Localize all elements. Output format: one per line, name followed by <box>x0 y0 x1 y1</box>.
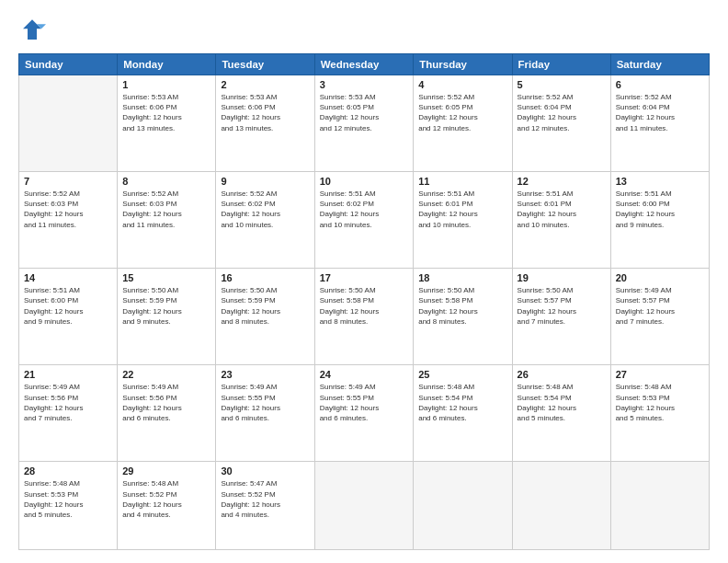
calendar-cell: 8Sunrise: 5:52 AM Sunset: 6:03 PM Daylig… <box>118 172 216 269</box>
calendar-cell: 27Sunrise: 5:48 AM Sunset: 5:53 PM Dayli… <box>610 365 709 462</box>
day-number: 1 <box>122 79 210 90</box>
day-info: Sunrise: 5:52 AM Sunset: 6:05 PM Dayligh… <box>418 92 506 133</box>
header <box>18 17 710 44</box>
day-number: 27 <box>616 369 704 380</box>
weekday-tuesday: Tuesday <box>216 54 314 75</box>
calendar-week-1: 1Sunrise: 5:53 AM Sunset: 6:06 PM Daylig… <box>19 75 710 172</box>
calendar-week-3: 14Sunrise: 5:51 AM Sunset: 6:00 PM Dayli… <box>19 269 710 365</box>
weekday-wednesday: Wednesday <box>314 54 414 75</box>
day-number: 24 <box>320 369 409 380</box>
calendar-cell: 4Sunrise: 5:52 AM Sunset: 6:05 PM Daylig… <box>414 75 512 172</box>
day-info: Sunrise: 5:53 AM Sunset: 6:06 PM Dayligh… <box>122 92 210 133</box>
day-info: Sunrise: 5:51 AM Sunset: 6:01 PM Dayligh… <box>518 189 606 230</box>
day-info: Sunrise: 5:48 AM Sunset: 5:53 PM Dayligh… <box>616 382 704 423</box>
day-info: Sunrise: 5:50 AM Sunset: 5:58 PM Dayligh… <box>418 285 506 327</box>
day-number: 5 <box>518 79 606 90</box>
calendar-cell: 1Sunrise: 5:53 AM Sunset: 6:06 PM Daylig… <box>118 75 216 172</box>
day-info: Sunrise: 5:52 AM Sunset: 6:02 PM Dayligh… <box>221 189 309 230</box>
day-number: 30 <box>221 465 309 477</box>
day-info: Sunrise: 5:53 AM Sunset: 6:05 PM Dayligh… <box>320 92 409 133</box>
day-info: Sunrise: 5:53 AM Sunset: 6:06 PM Dayligh… <box>221 92 309 133</box>
day-number: 8 <box>122 176 210 187</box>
day-info: Sunrise: 5:50 AM Sunset: 5:58 PM Dayligh… <box>320 285 409 327</box>
svg-marker-0 <box>23 19 41 40</box>
day-info: Sunrise: 5:49 AM Sunset: 5:56 PM Dayligh… <box>24 382 112 423</box>
day-number: 16 <box>221 272 309 283</box>
calendar-cell: 23Sunrise: 5:49 AM Sunset: 5:55 PM Dayli… <box>216 365 314 462</box>
day-number: 3 <box>320 79 409 90</box>
calendar-cell <box>414 462 512 550</box>
weekday-saturday: Saturday <box>610 54 709 75</box>
day-number: 12 <box>518 176 606 187</box>
calendar-cell: 3Sunrise: 5:53 AM Sunset: 6:05 PM Daylig… <box>314 75 414 172</box>
calendar-cell: 24Sunrise: 5:49 AM Sunset: 5:55 PM Dayli… <box>314 365 414 462</box>
day-number: 7 <box>24 176 112 187</box>
day-number: 26 <box>518 369 606 380</box>
calendar-cell: 15Sunrise: 5:50 AM Sunset: 5:59 PM Dayli… <box>118 269 216 365</box>
day-info: Sunrise: 5:49 AM Sunset: 5:55 PM Dayligh… <box>221 382 309 423</box>
day-number: 4 <box>418 79 506 90</box>
day-info: Sunrise: 5:49 AM Sunset: 5:56 PM Dayligh… <box>122 382 210 423</box>
day-number: 14 <box>24 272 112 283</box>
day-info: Sunrise: 5:50 AM Sunset: 5:57 PM Dayligh… <box>518 285 606 327</box>
day-number: 28 <box>24 465 112 477</box>
day-info: Sunrise: 5:50 AM Sunset: 5:59 PM Dayligh… <box>221 285 309 327</box>
weekday-header-row: SundayMondayTuesdayWednesdayThursdayFrid… <box>19 54 710 75</box>
calendar-cell: 19Sunrise: 5:50 AM Sunset: 5:57 PM Dayli… <box>512 269 610 365</box>
day-number: 2 <box>221 79 309 90</box>
calendar-cell: 7Sunrise: 5:52 AM Sunset: 6:03 PM Daylig… <box>19 172 118 269</box>
calendar-cell: 16Sunrise: 5:50 AM Sunset: 5:59 PM Dayli… <box>216 269 314 365</box>
calendar-cell: 30Sunrise: 5:47 AM Sunset: 5:52 PM Dayli… <box>216 462 314 550</box>
day-info: Sunrise: 5:48 AM Sunset: 5:53 PM Dayligh… <box>24 478 112 520</box>
day-number: 15 <box>122 272 210 283</box>
day-info: Sunrise: 5:48 AM Sunset: 5:52 PM Dayligh… <box>122 478 210 520</box>
day-number: 22 <box>122 369 210 380</box>
calendar-cell: 11Sunrise: 5:51 AM Sunset: 6:01 PM Dayli… <box>414 172 512 269</box>
day-info: Sunrise: 5:48 AM Sunset: 5:54 PM Dayligh… <box>418 382 506 423</box>
calendar-cell: 5Sunrise: 5:52 AM Sunset: 6:04 PM Daylig… <box>512 75 610 172</box>
day-info: Sunrise: 5:49 AM Sunset: 5:57 PM Dayligh… <box>616 285 704 327</box>
calendar-week-5: 28Sunrise: 5:48 AM Sunset: 5:53 PM Dayli… <box>19 462 710 550</box>
calendar-cell: 20Sunrise: 5:49 AM Sunset: 5:57 PM Dayli… <box>610 269 709 365</box>
calendar-cell <box>19 75 118 172</box>
day-info: Sunrise: 5:51 AM Sunset: 6:00 PM Dayligh… <box>616 189 704 230</box>
weekday-friday: Friday <box>512 54 610 75</box>
calendar-cell: 9Sunrise: 5:52 AM Sunset: 6:02 PM Daylig… <box>216 172 314 269</box>
day-info: Sunrise: 5:52 AM Sunset: 6:04 PM Dayligh… <box>616 92 704 133</box>
day-info: Sunrise: 5:52 AM Sunset: 6:03 PM Dayligh… <box>122 189 210 230</box>
calendar-cell: 28Sunrise: 5:48 AM Sunset: 5:53 PM Dayli… <box>19 462 118 550</box>
calendar-cell <box>314 462 414 550</box>
calendar-cell: 14Sunrise: 5:51 AM Sunset: 6:00 PM Dayli… <box>19 269 118 365</box>
day-number: 11 <box>418 176 506 187</box>
calendar-cell: 18Sunrise: 5:50 AM Sunset: 5:58 PM Dayli… <box>414 269 512 365</box>
day-number: 29 <box>122 465 210 477</box>
weekday-monday: Monday <box>118 54 216 75</box>
calendar-table: SundayMondayTuesdayWednesdayThursdayFrid… <box>18 53 710 550</box>
day-number: 13 <box>616 176 704 187</box>
day-number: 19 <box>518 272 606 283</box>
day-number: 23 <box>221 369 309 380</box>
calendar-cell: 26Sunrise: 5:48 AM Sunset: 5:54 PM Dayli… <box>512 365 610 462</box>
calendar-week-4: 21Sunrise: 5:49 AM Sunset: 5:56 PM Dayli… <box>19 365 710 462</box>
day-info: Sunrise: 5:52 AM Sunset: 6:04 PM Dayligh… <box>518 92 606 133</box>
day-info: Sunrise: 5:51 AM Sunset: 6:01 PM Dayligh… <box>418 189 506 230</box>
day-number: 9 <box>221 176 309 187</box>
day-number: 18 <box>418 272 506 283</box>
weekday-thursday: Thursday <box>414 54 512 75</box>
day-info: Sunrise: 5:51 AM Sunset: 6:02 PM Dayligh… <box>320 189 409 230</box>
day-info: Sunrise: 5:50 AM Sunset: 5:59 PM Dayligh… <box>122 285 210 327</box>
calendar-cell: 10Sunrise: 5:51 AM Sunset: 6:02 PM Dayli… <box>314 172 414 269</box>
calendar-cell: 21Sunrise: 5:49 AM Sunset: 5:56 PM Dayli… <box>19 365 118 462</box>
day-number: 6 <box>616 79 704 90</box>
calendar-cell <box>610 462 709 550</box>
day-info: Sunrise: 5:51 AM Sunset: 6:00 PM Dayligh… <box>24 285 112 327</box>
calendar-cell: 13Sunrise: 5:51 AM Sunset: 6:00 PM Dayli… <box>610 172 709 269</box>
page: SundayMondayTuesdayWednesdayThursdayFrid… <box>0 0 728 563</box>
weekday-sunday: Sunday <box>19 54 118 75</box>
calendar-cell: 22Sunrise: 5:49 AM Sunset: 5:56 PM Dayli… <box>118 365 216 462</box>
calendar-cell: 6Sunrise: 5:52 AM Sunset: 6:04 PM Daylig… <box>610 75 709 172</box>
day-info: Sunrise: 5:49 AM Sunset: 5:55 PM Dayligh… <box>320 382 409 423</box>
calendar-cell: 2Sunrise: 5:53 AM Sunset: 6:06 PM Daylig… <box>216 75 314 172</box>
calendar-cell: 25Sunrise: 5:48 AM Sunset: 5:54 PM Dayli… <box>414 365 512 462</box>
calendar-week-2: 7Sunrise: 5:52 AM Sunset: 6:03 PM Daylig… <box>19 172 710 269</box>
